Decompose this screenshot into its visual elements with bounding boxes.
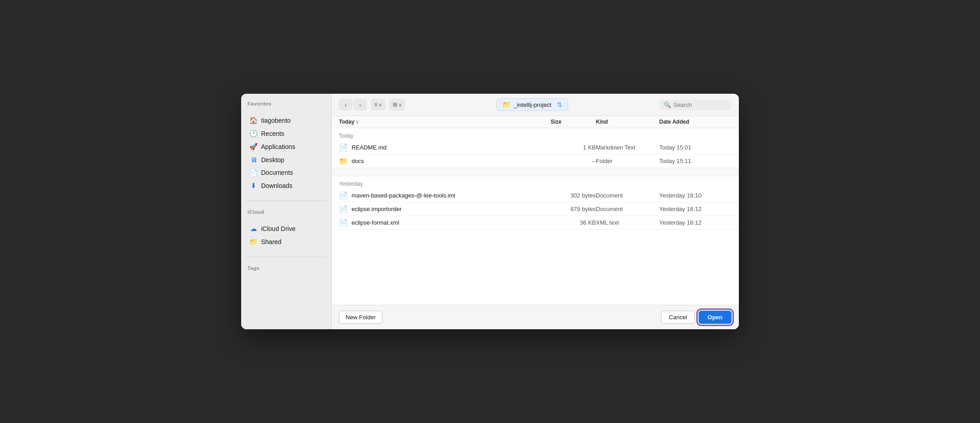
sidebar-item-label: Applications [261, 143, 295, 150]
sidebar-item-label: iCloud Drive [261, 225, 295, 232]
col-kind-header[interactable]: Kind [596, 119, 659, 125]
file-size: -- [551, 158, 596, 164]
shared-icon: 📁 [249, 238, 257, 246]
location-bar: 📁 _intellij-project ⇅ [409, 98, 656, 111]
file-date: Today 15:01 [659, 144, 732, 151]
file-name: eclipse-format.xml [352, 219, 399, 226]
sort-arrow-icon: ∨ [356, 120, 359, 125]
grid-view-icon: ⊞ [393, 101, 397, 108]
sidebar-item-desktop[interactable]: 🖥 Desktop [243, 154, 329, 166]
new-folder-button[interactable]: New Folder [339, 311, 382, 324]
bottom-right-buttons: Cancel Open [661, 311, 732, 324]
table-header: Today ∨ Size Kind Date Added [332, 116, 739, 128]
file-name-cell: 📄 eclipse-format.xml [339, 218, 551, 227]
sidebar-item-recents[interactable]: 🕐 Recents [243, 127, 329, 140]
sidebar-item-label: tiagobento [261, 117, 290, 124]
sidebar-item-shared[interactable]: 📁 Shared [243, 236, 329, 248]
list-view-button[interactable]: ≡ ∨ [371, 99, 385, 111]
home-icon: 🏠 [249, 116, 257, 125]
sidebar-item-documents[interactable]: 📄 Documents [243, 166, 329, 179]
documents-icon: 📄 [249, 168, 257, 177]
list-view-chevron: ∨ [379, 102, 382, 107]
applications-icon: 🚀 [249, 143, 257, 151]
nav-btn-group: ‹ › [339, 99, 367, 111]
icloud-icon: ☁ [249, 225, 257, 233]
sidebar: Favorites 🏠 tiagobento 🕐 Recents 🚀 Appli… [241, 94, 332, 329]
file-name: docs [352, 158, 364, 164]
file-dialog: Favorites 🏠 tiagobento 🕐 Recents 🚀 Appli… [241, 94, 739, 329]
file-name: eclipse.importorder [352, 206, 402, 212]
toolbar: ‹ › ≡ ∨ ⊞ ∨ 📁 _intellij-project ⇅ [332, 94, 739, 116]
file-name: README.md [352, 144, 386, 151]
list-view-icon: ≡ [374, 101, 377, 108]
sidebar-item-label: Desktop [261, 156, 284, 163]
search-icon: 🔍 [664, 101, 671, 108]
separator-row [332, 168, 739, 176]
open-button[interactable]: Open [699, 311, 732, 324]
recents-icon: 🕐 [249, 130, 257, 138]
downloads-icon: ⬇ [249, 182, 257, 190]
file-name: maven-based-packages-@-kie-tools.iml [352, 192, 455, 199]
sidebar-item-label: Documents [261, 169, 293, 176]
file-doc-icon: 📄 [339, 191, 348, 200]
tags-label: Tags [241, 265, 331, 273]
file-table: Today ∨ Size Kind Date Added Today [332, 116, 739, 305]
file-name-cell: 📄 README.md [339, 143, 551, 152]
sidebar-item-icloud-drive[interactable]: ☁ iCloud Drive [243, 222, 329, 235]
file-kind: XML text [596, 219, 659, 226]
main-content: ‹ › ≡ ∨ ⊞ ∨ 📁 _intellij-project ⇅ [332, 94, 739, 329]
bottom-bar: New Folder Cancel Open [332, 305, 739, 329]
file-date: Yesterday 16:12 [659, 206, 732, 212]
file-name-cell: 📁 docs [339, 157, 551, 165]
grid-view-button[interactable]: ⊞ ∨ [389, 99, 405, 111]
table-row[interactable]: 📄 eclipse.importorder 879 bytes Document… [332, 202, 739, 216]
file-doc-icon: 📄 [339, 205, 348, 213]
col-date-header[interactable]: Date Added [659, 119, 732, 125]
sidebar-item-downloads[interactable]: ⬇ Downloads [243, 179, 329, 192]
icloud-label: iCloud [241, 209, 331, 216]
sidebar-item-label: Recents [261, 130, 284, 137]
table-row[interactable]: 📁 docs -- Folder Today 15:11 [332, 154, 739, 168]
file-date: Yesterday 16:12 [659, 219, 732, 226]
file-kind: Document [596, 192, 659, 199]
location-folder-icon: 📁 [502, 101, 511, 109]
table-row[interactable]: 📄 eclipse-format.xml 36 KB XML text Yest… [332, 216, 739, 230]
folder-icon: 📁 [339, 157, 348, 165]
file-kind: Folder [596, 158, 659, 164]
dialog-body: Favorites 🏠 tiagobento 🕐 Recents 🚀 Appli… [241, 94, 739, 329]
table-row[interactable]: 📄 maven-based-packages-@-kie-tools.iml 3… [332, 189, 739, 202]
sidebar-item-tiagobento[interactable]: 🏠 tiagobento [243, 114, 329, 127]
col-name-header[interactable]: Today ∨ [339, 119, 551, 125]
location-name: _intellij-project [514, 101, 551, 108]
file-size: 36 KB [551, 219, 596, 226]
search-input[interactable] [673, 101, 718, 108]
sidebar-item-label: Shared [261, 238, 281, 245]
search-bar: 🔍 [659, 100, 732, 110]
table-row[interactable]: 📄 README.md 1 KB Markdown Text Today 15:… [332, 141, 739, 154]
file-kind: Markdown Text [596, 144, 659, 151]
file-size: 879 bytes [551, 206, 596, 212]
location-arrow-icon: ⇅ [557, 101, 562, 108]
file-name-cell: 📄 eclipse.importorder [339, 205, 551, 213]
desktop-icon: 🖥 [249, 156, 257, 163]
file-date: Today 15:11 [659, 158, 732, 164]
file-date: Yesterday 16:10 [659, 192, 732, 199]
file-doc-icon: 📄 [339, 218, 348, 227]
favorites-label: Favorites [241, 101, 331, 108]
file-name-cell: 📄 maven-based-packages-@-kie-tools.iml [339, 191, 551, 200]
file-kind: Document [596, 206, 659, 212]
sidebar-item-applications[interactable]: 🚀 Applications [243, 140, 329, 153]
file-size: 1 KB [551, 144, 596, 151]
group-today-label: Today [332, 128, 739, 141]
col-size-header[interactable]: Size [551, 119, 596, 125]
file-size: 302 bytes [551, 192, 596, 199]
group-yesterday-label: Yesterday [332, 176, 739, 189]
location-badge[interactable]: 📁 _intellij-project ⇅ [496, 98, 568, 111]
back-button[interactable]: ‹ [339, 99, 352, 111]
file-doc-icon: 📄 [339, 143, 348, 152]
sidebar-item-label: Downloads [261, 182, 292, 189]
grid-view-chevron: ∨ [399, 102, 402, 107]
forward-button[interactable]: › [353, 99, 367, 111]
cancel-button[interactable]: Cancel [661, 311, 695, 324]
